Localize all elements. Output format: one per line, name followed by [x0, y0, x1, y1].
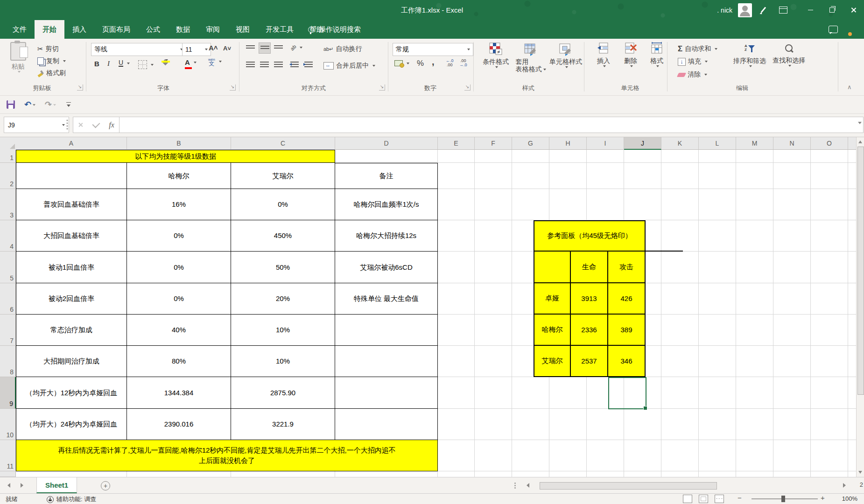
- ribbon-tab-公式[interactable]: 公式: [138, 20, 168, 39]
- cell-C7[interactable]: 10%: [231, 315, 335, 346]
- vertical-scrollbar[interactable]: [856, 137, 864, 477]
- cell-B3[interactable]: 16%: [127, 189, 231, 220]
- phonetic-guide-button[interactable]: wén文: [208, 58, 222, 65]
- row-header-4[interactable]: 4: [0, 220, 16, 252]
- cell-A8[interactable]: 大招期间治疗加成: [16, 346, 127, 377]
- cell-C5[interactable]: 50%: [231, 252, 335, 283]
- middle-align-button[interactable]: [259, 42, 271, 54]
- column-header-K[interactable]: K: [661, 137, 699, 150]
- delete-cells-button[interactable]: 删除: [619, 42, 642, 85]
- increase-decimal-button[interactable]: ←.0.00: [446, 59, 454, 67]
- cell-header-C2[interactable]: 艾瑞尔: [231, 163, 335, 189]
- format-as-table-button[interactable]: 套用表格格式: [514, 42, 547, 85]
- refpanel-cell-r1c3[interactable]: 426: [608, 283, 646, 315]
- column-header-A[interactable]: A: [16, 137, 127, 150]
- italic-button[interactable]: I: [107, 60, 110, 68]
- cell-banner-bottom[interactable]: 再往后情况无需计算了,艾瑞儿一直回能,哈梅尔12秒内不回能,肯定是艾瑞儿先开出第…: [16, 440, 438, 471]
- cell-D7[interactable]: [335, 315, 438, 346]
- previous-sheet-icon[interactable]: [7, 483, 10, 488]
- refpanel-header-hp[interactable]: 生命: [571, 252, 608, 283]
- wrap-text-button[interactable]: ab↵ 自动换行: [323, 45, 362, 53]
- name-box[interactable]: J9: [4, 117, 69, 133]
- collapse-ribbon-button[interactable]: ∧: [847, 84, 852, 91]
- cell-A6[interactable]: 被动2回血倍率: [16, 283, 127, 315]
- decrease-decimal-button[interactable]: .00→.0: [459, 59, 467, 67]
- cell-C6[interactable]: 20%: [231, 283, 335, 315]
- inking-pen-icon[interactable]: [760, 7, 767, 14]
- cell-header-A2[interactable]: [16, 163, 127, 189]
- formula-input[interactable]: [119, 117, 864, 133]
- zoom-slider-thumb[interactable]: [781, 496, 785, 502]
- accounting-format-button[interactable]: [394, 60, 409, 66]
- number-format-combobox[interactable]: 常规: [393, 43, 473, 56]
- refpanel-header-atk[interactable]: 攻击: [608, 252, 646, 283]
- redo-button[interactable]: ↷: [45, 99, 56, 110]
- column-header-M[interactable]: M: [736, 137, 773, 150]
- column-header-C[interactable]: C: [231, 137, 335, 150]
- row-header-9[interactable]: 9: [0, 377, 16, 409]
- column-header-O[interactable]: O: [811, 137, 848, 150]
- close-button[interactable]: [843, 0, 864, 20]
- next-sheet-icon[interactable]: [21, 483, 23, 488]
- cell-B9[interactable]: 1344.384: [127, 377, 231, 409]
- align-right-button[interactable]: [273, 59, 284, 70]
- cell-styles-button[interactable]: 单元格样式: [549, 42, 583, 85]
- ribbon-tab-视图[interactable]: 视图: [228, 20, 258, 39]
- align-left-button[interactable]: [245, 59, 256, 70]
- column-header-B[interactable]: B: [127, 137, 231, 150]
- cell-C9[interactable]: 2875.90: [231, 377, 335, 409]
- align-center-button[interactable]: [259, 59, 270, 70]
- cell-banner-top[interactable]: 以下均为技能等级1级数据: [16, 150, 335, 163]
- orientation-button[interactable]: ab: [290, 45, 302, 50]
- paste-button[interactable]: 粘贴: [6, 42, 31, 85]
- cell-C10[interactable]: 3221.9: [231, 409, 335, 440]
- confirm-entry-icon[interactable]: [92, 120, 100, 128]
- cell-D8[interactable]: [335, 346, 438, 377]
- new-sheet-button[interactable]: +: [101, 481, 110, 490]
- row-header-10[interactable]: 10: [0, 409, 16, 440]
- refpanel-cell-r3c2[interactable]: 2537: [571, 346, 608, 377]
- minimize-button[interactable]: [800, 0, 821, 20]
- cell-C4[interactable]: 450%: [231, 220, 335, 252]
- cell-B8[interactable]: 80%: [127, 346, 231, 377]
- column-header-H[interactable]: H: [549, 137, 587, 150]
- ribbon-display-options-icon[interactable]: [779, 7, 787, 14]
- cell-D3[interactable]: 哈梅尔回血频率1次/s: [335, 189, 438, 220]
- row-header-8[interactable]: 8: [0, 346, 16, 377]
- tabbar-splitter[interactable]: [514, 482, 516, 490]
- cut-button[interactable]: ✂ 剪切: [37, 45, 59, 53]
- autosum-button[interactable]: Σ 自动求和: [678, 44, 717, 54]
- row-header-5[interactable]: 5: [0, 252, 16, 283]
- sort-filter-button[interactable]: AZ 排序和筛选: [731, 42, 768, 85]
- row-header-11[interactable]: 11: [0, 440, 16, 471]
- cell-A7[interactable]: 常态治疗加成: [16, 315, 127, 346]
- zoom-slider[interactable]: [752, 498, 818, 499]
- row-header-3[interactable]: 3: [0, 189, 16, 220]
- format-cells-button[interactable]: 格式: [645, 42, 668, 85]
- column-header-J[interactable]: J: [624, 137, 661, 150]
- row-header-7[interactable]: 7: [0, 315, 16, 346]
- column-header-N[interactable]: N: [773, 137, 811, 150]
- font-color-button[interactable]: A: [185, 59, 197, 66]
- percent-style-button[interactable]: %: [417, 59, 424, 68]
- ribbon-tab-开始[interactable]: 开始: [35, 20, 64, 39]
- refpanel-cell-r2c3[interactable]: 389: [608, 315, 646, 346]
- cell-B5[interactable]: 0%: [127, 252, 231, 283]
- cell-A9[interactable]: （均开大）12秒内为卓娅回血: [16, 377, 127, 409]
- refpanel-cell-r2c2[interactable]: 2336: [571, 315, 608, 346]
- fill-color-button[interactable]: [162, 59, 168, 61]
- undo-button[interactable]: ↶: [24, 99, 35, 110]
- conditional-formatting-button[interactable]: ≠ 条件格式: [479, 42, 513, 85]
- cell-header-B2[interactable]: 哈梅尔: [127, 163, 231, 189]
- refpanel-header-blank[interactable]: [534, 252, 571, 283]
- cell-A5[interactable]: 被动1回血倍率: [16, 252, 127, 283]
- row-header-6[interactable]: 6: [0, 283, 16, 315]
- scroll-up-icon[interactable]: [858, 140, 862, 143]
- refpanel-title[interactable]: 参考面板（均45级无烙印）: [534, 220, 646, 252]
- zoom-in-button[interactable]: +: [821, 495, 826, 501]
- expand-formula-bar-icon[interactable]: [858, 122, 862, 124]
- font-name-combobox[interactable]: 等线: [91, 43, 186, 56]
- insert-cells-button[interactable]: 插入: [592, 42, 615, 85]
- column-header-L[interactable]: L: [699, 137, 736, 150]
- cancel-entry-icon[interactable]: [78, 122, 83, 127]
